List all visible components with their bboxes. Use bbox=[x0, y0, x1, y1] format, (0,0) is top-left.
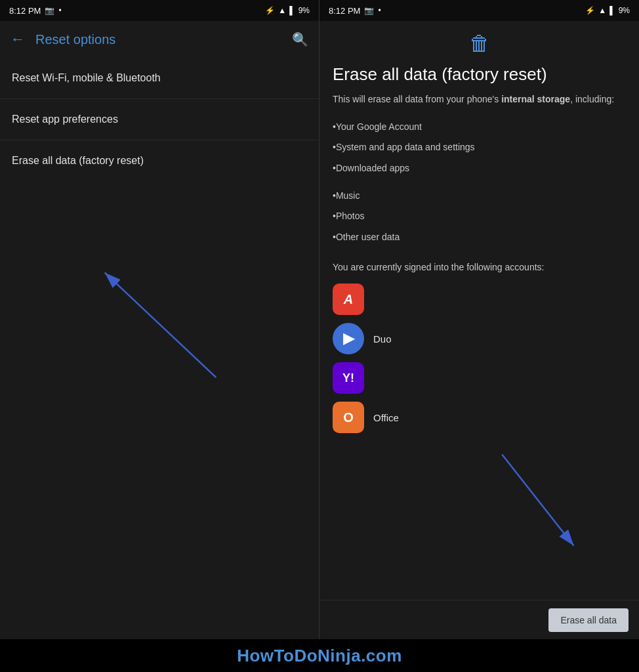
bluetooth-icon: ⚡ bbox=[265, 6, 275, 15]
watermark-bar: HowToDoNinja.com bbox=[0, 639, 639, 672]
trash-icon-container: 🗑 bbox=[333, 32, 626, 56]
erase-description: This will erase all data from your phone… bbox=[333, 93, 626, 106]
list-item-google: •Your Google Account bbox=[333, 117, 626, 138]
right-battery: 9% bbox=[619, 6, 630, 15]
search-button[interactable]: 🔍 bbox=[292, 32, 308, 47]
bottom-bar: Erase all data bbox=[320, 600, 639, 639]
account-yahoo: Y! bbox=[333, 362, 626, 394]
erase-title: Erase all data (factory reset) bbox=[333, 64, 626, 86]
menu-list: Reset Wi-Fi, mobile & Bluetooth Reset ap… bbox=[0, 58, 319, 181]
yahoo-icon: Y! bbox=[333, 362, 364, 394]
left-battery: 9% bbox=[299, 6, 310, 15]
right-camera-icon: 📷 bbox=[364, 6, 374, 15]
right-status-bar: 8:12 PM 📷 • ⚡ ▲ ▌ 9% bbox=[320, 0, 639, 21]
erase-content: 🗑 Erase all data (factory reset) This wi… bbox=[320, 21, 639, 600]
list-item-music: •Music bbox=[333, 186, 626, 207]
camera-icon: 📷 bbox=[45, 6, 54, 15]
erase-desc-prefix: This will erase all data from your phone… bbox=[333, 94, 501, 104]
left-screen: 8:12 PM 📷 • ⚡ ▲ ▌ 9% ← Reset options 🔍 R… bbox=[0, 0, 320, 639]
right-time: 8:12 PM bbox=[329, 6, 360, 16]
menu-item-wifi[interactable]: Reset Wi-Fi, mobile & Bluetooth bbox=[0, 58, 319, 99]
watermark-text: HowToDoNinja.com bbox=[237, 646, 402, 666]
annotation-area bbox=[0, 181, 319, 639]
account-office: O Office bbox=[333, 402, 626, 433]
office-icon: O bbox=[333, 402, 364, 433]
left-status-bar: 8:12 PM 📷 • ⚡ ▲ ▌ 9% bbox=[0, 0, 319, 21]
wifi-icon: ▲ bbox=[278, 6, 286, 15]
right-arrow-svg bbox=[333, 441, 626, 572]
arrow-annotation-svg bbox=[0, 181, 319, 639]
list-item-userdata: •Other user data bbox=[333, 227, 626, 248]
signal-icon: ▌ bbox=[289, 6, 295, 15]
duo-label: Duo bbox=[373, 333, 392, 345]
right-signal-icon: ▌ bbox=[609, 6, 615, 15]
office-label: Office bbox=[373, 412, 399, 423]
account-adobe: A bbox=[333, 284, 626, 315]
accounts-text: You are currently signed into the follow… bbox=[333, 261, 626, 274]
right-screen: 8:12 PM 📷 • ⚡ ▲ ▌ 9% 🗑 Erase all data (f… bbox=[320, 0, 639, 639]
erase-all-button[interactable]: Erase all data bbox=[548, 608, 629, 632]
svg-line-1 bbox=[105, 272, 216, 377]
left-toolbar: ← Reset options 🔍 bbox=[0, 21, 319, 58]
list-item-photos: •Photos bbox=[333, 206, 626, 227]
account-duo: ▶ Duo bbox=[333, 323, 626, 354]
menu-item-app-prefs[interactable]: Reset app preferences bbox=[0, 99, 319, 140]
list-item-system: •System and app data and settings bbox=[333, 137, 626, 158]
dot-indicator: • bbox=[58, 6, 61, 15]
duo-icon: ▶ bbox=[333, 323, 364, 354]
right-wifi-icon: ▲ bbox=[598, 6, 606, 15]
menu-item-factory-reset[interactable]: Erase all data (factory reset) bbox=[0, 140, 319, 181]
right-arrow-area bbox=[333, 441, 626, 494]
left-time: 8:12 PM bbox=[9, 6, 41, 16]
list-item-apps: •Downloaded apps bbox=[333, 158, 626, 179]
adobe-icon: A bbox=[333, 284, 364, 315]
erase-desc-bold: internal storage bbox=[501, 94, 570, 104]
right-dot: • bbox=[378, 6, 381, 15]
back-button[interactable]: ← bbox=[10, 32, 25, 47]
trash-icon: 🗑 bbox=[469, 32, 490, 56]
right-bluetooth-icon: ⚡ bbox=[585, 6, 595, 15]
svg-line-3 bbox=[502, 455, 573, 546]
page-title: Reset options bbox=[35, 32, 281, 47]
erase-desc-suffix: , including: bbox=[570, 94, 614, 104]
